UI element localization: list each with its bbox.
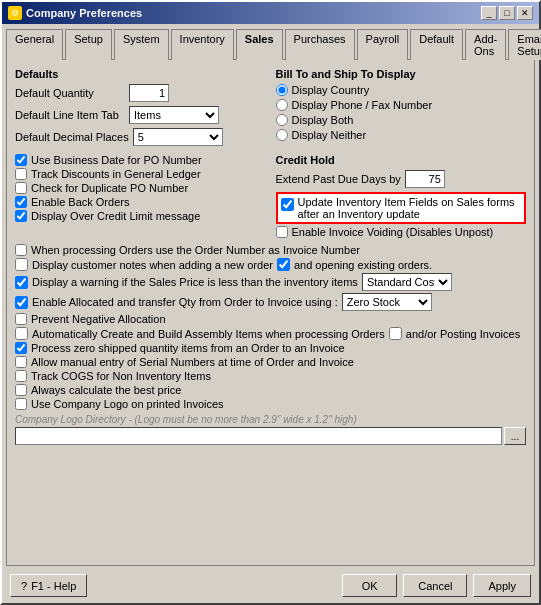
logo-dir-label: Company Logo Directory - (Logo must be n… — [15, 414, 526, 425]
default-line-item-select[interactable]: Items Parts Labor — [129, 106, 219, 124]
cb-update-inventory-label: Update Inventory Item Fields on Sales fo… — [298, 196, 522, 220]
cb-use-company-logo-input[interactable] — [15, 398, 27, 410]
cb-process-zero-shipped-label: Process zero shipped quantity items from… — [31, 342, 345, 354]
cb-update-inventory-highlighted: Update Inventory Item Fields on Sales fo… — [276, 192, 527, 224]
cb-update-inventory-input[interactable] — [281, 198, 294, 211]
cb-process-zero-shipped-input[interactable] — [15, 342, 27, 354]
help-icon: ? — [21, 580, 27, 592]
radio-display-neither-label: Display Neither — [292, 129, 367, 141]
tab-inventory[interactable]: Inventory — [171, 29, 234, 60]
credit-hold-label: Credit Hold — [276, 154, 527, 166]
defaults-label: Defaults — [15, 68, 266, 80]
cb-prevent-negative: Prevent Negative Allocation — [15, 313, 526, 325]
cb-always-best-price-input[interactable] — [15, 384, 27, 396]
apply-button[interactable]: Apply — [473, 574, 531, 597]
cb-display-over-credit-input[interactable] — [15, 210, 27, 222]
help-button[interactable]: ? F1 - Help — [10, 574, 87, 597]
cb-display-customer-notes-input[interactable] — [15, 258, 28, 271]
cb-check-duplicate-po-label: Check for Duplicate PO Number — [31, 182, 188, 194]
cb-always-best-price: Always calculate the best price — [15, 384, 526, 396]
default-quantity-input[interactable] — [129, 84, 169, 102]
tab-setup[interactable]: Setup — [65, 29, 112, 60]
main-window: ⚙ Company Preferences _ □ ✕ General Setu… — [0, 0, 541, 605]
browse-button[interactable]: ... — [504, 427, 526, 445]
tab-sales[interactable]: Sales — [236, 29, 283, 60]
default-decimal-select[interactable]: 012345 — [133, 128, 223, 146]
radio-display-neither-input[interactable] — [276, 129, 288, 141]
cb-order-number-input[interactable] — [15, 244, 27, 256]
cb-enable-back-orders-input[interactable] — [15, 196, 27, 208]
cb-posting-invoices-input[interactable] — [389, 327, 402, 340]
cb-use-business-date-input[interactable] — [15, 154, 27, 166]
middle-section: Use Business Date for PO Number Track Di… — [15, 154, 526, 240]
cb-use-company-logo: Use Company Logo on printed Invoices — [15, 398, 526, 410]
cb-enable-invoice-voiding-label: Enable Invoice Voiding (Disables Unpost) — [292, 226, 494, 238]
cb-prevent-negative-label: Prevent Negative Allocation — [31, 313, 166, 325]
bill-to-label: Bill To and Ship To Display — [276, 68, 527, 80]
maximize-button[interactable]: □ — [499, 6, 515, 20]
radio-display-country: Display Country — [276, 84, 527, 96]
app-icon: ⚙ — [8, 6, 22, 20]
cb-process-zero-shipped: Process zero shipped quantity items from… — [15, 342, 526, 354]
radio-display-both-label: Display Both — [292, 114, 354, 126]
cancel-button[interactable]: Cancel — [403, 574, 467, 597]
tab-system[interactable]: System — [114, 29, 169, 60]
logo-dir-input[interactable] — [15, 427, 502, 445]
cb-track-cogs: Track COGS for Non Inventory Items — [15, 370, 526, 382]
cb-posting-invoices-label: and/or Posting Invoices — [406, 328, 520, 340]
extend-row: Extend Past Due Days by — [276, 170, 527, 188]
logo-dir-row: ... — [15, 427, 526, 445]
radio-display-both: Display Both — [276, 114, 527, 126]
window-title: Company Preferences — [26, 7, 142, 19]
cb-use-business-date: Use Business Date for PO Number — [15, 154, 266, 166]
radio-display-country-input[interactable] — [276, 84, 288, 96]
tab-addons[interactable]: Add-Ons — [465, 29, 506, 60]
cb-use-company-logo-label: Use Company Logo on printed Invoices — [31, 398, 224, 410]
cb-display-over-credit: Display Over Credit Limit message — [15, 210, 266, 222]
cb-auto-create-assembly-input[interactable] — [15, 327, 28, 340]
tab-bar: General Setup System Inventory Sales Pur… — [2, 24, 539, 59]
tab-email-setup[interactable]: Email Setup — [508, 29, 541, 60]
title-bar: ⚙ Company Preferences _ □ ✕ — [2, 2, 539, 24]
close-button[interactable]: ✕ — [517, 6, 533, 20]
cb-order-number-label: When processing Orders use the Order Num… — [31, 244, 360, 256]
cb-enable-allocated-input[interactable] — [15, 296, 28, 309]
cb-prevent-negative-input[interactable] — [15, 313, 27, 325]
tab-general[interactable]: General — [6, 29, 63, 60]
extend-days-input[interactable] — [405, 170, 445, 188]
cb-enable-invoice-voiding-input[interactable] — [276, 226, 288, 238]
cb-track-cogs-label: Track COGS for Non Inventory Items — [31, 370, 211, 382]
ok-button[interactable]: OK — [342, 574, 397, 597]
title-bar-left: ⚙ Company Preferences — [8, 6, 142, 20]
title-bar-buttons: _ □ ✕ — [481, 6, 533, 20]
cb-allow-manual-serial: Allow manual entry of Serial Numbers at … — [15, 356, 526, 368]
cb-warning-sales-price-input[interactable] — [15, 276, 28, 289]
default-line-item-row: Default Line Item Tab Items Parts Labor — [15, 106, 266, 124]
cb-warning-sales-price-label: Display a warning if the Sales Price is … — [32, 276, 358, 288]
zero-stock-select[interactable]: Zero Stock FIFO LIFO — [342, 293, 432, 311]
cb-enable-allocated-label: Enable Allocated and transfer Qty from O… — [32, 296, 338, 308]
cb-display-over-credit-label: Display Over Credit Limit message — [31, 210, 200, 222]
cb-opening-existing-input[interactable] — [277, 258, 290, 271]
cb-order-number-as-invoice: When processing Orders use the Order Num… — [15, 244, 526, 256]
radio-display-phone-input[interactable] — [276, 99, 288, 111]
logo-dir-section: Company Logo Directory - (Logo must be n… — [15, 414, 526, 445]
radio-display-phone-label: Display Phone / Fax Number — [292, 99, 433, 111]
help-label: F1 - Help — [31, 580, 76, 592]
tab-default[interactable]: Default — [410, 29, 463, 60]
cb-track-cogs-input[interactable] — [15, 370, 27, 382]
cb-check-duplicate-po-input[interactable] — [15, 182, 27, 194]
default-quantity-label: Default Quantity — [15, 87, 125, 99]
tab-purchases[interactable]: Purchases — [285, 29, 355, 60]
defaults-section: Defaults Default Quantity Default Line I… — [15, 68, 266, 150]
content-area: Defaults Default Quantity Default Line I… — [6, 59, 535, 566]
tab-payroll[interactable]: Payroll — [357, 29, 409, 60]
radio-display-both-input[interactable] — [276, 114, 288, 126]
default-decimal-row: Default Decimal Places 012345 — [15, 128, 266, 146]
cb-check-duplicate-po: Check for Duplicate PO Number — [15, 182, 266, 194]
minimize-button[interactable]: _ — [481, 6, 497, 20]
cb-display-customer-notes-row: Display customer notes when adding a new… — [15, 258, 526, 271]
cb-track-discounts-input[interactable] — [15, 168, 27, 180]
cb-allow-manual-serial-input[interactable] — [15, 356, 27, 368]
standard-cost-select[interactable]: Standard Cost Average Cost Last Cost — [362, 273, 452, 291]
